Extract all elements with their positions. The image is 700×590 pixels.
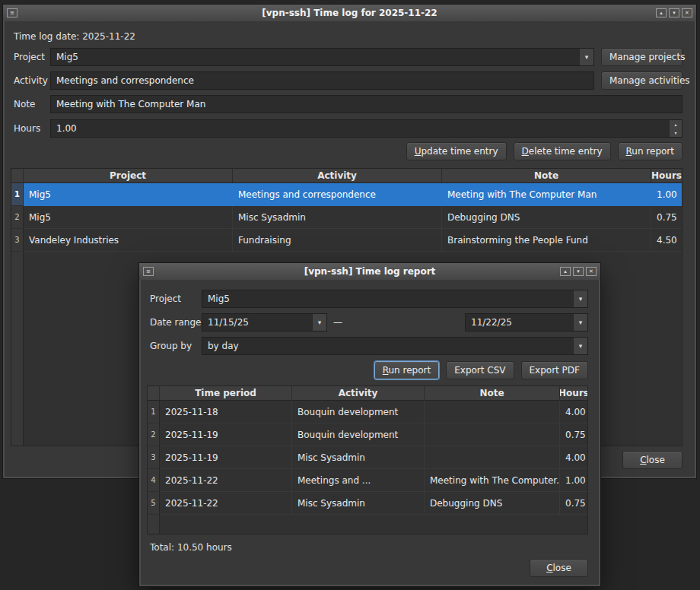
cell-hours[interactable]: 1.00 <box>560 469 587 492</box>
activity-label: Activity <box>14 71 48 90</box>
project-select[interactable]: Mig5 ▾ <box>50 48 594 66</box>
note-label: Note <box>14 95 35 113</box>
manage-activities-button[interactable]: Manage activities <box>601 71 682 90</box>
report-close-button[interactable]: Close <box>530 559 588 577</box>
group-by-value: by day <box>202 341 573 351</box>
delete-entry-button[interactable]: Delete time entry <box>514 142 611 160</box>
row-index[interactable]: 1 <box>148 401 160 423</box>
cell-time-period[interactable]: 2025-11-18 <box>160 401 292 423</box>
hours-spinbox[interactable]: ▴ ▾ <box>50 119 682 138</box>
spin-down-icon[interactable]: ▾ <box>670 128 682 137</box>
spin-up-icon[interactable]: ▴ <box>670 120 682 128</box>
header-activity: Activity <box>292 386 425 400</box>
report-project-select[interactable]: Mig5 ▾ <box>202 290 588 308</box>
header-hours: Hours <box>560 386 587 400</box>
group-by-select[interactable]: by day ▾ <box>202 337 588 355</box>
header-corner <box>148 386 160 400</box>
run-report-button[interactable]: Run report <box>618 142 683 160</box>
row-index[interactable]: 2 <box>148 423 160 446</box>
minimize-icon[interactable]: ▾ <box>573 267 584 276</box>
date-start-value: 11/15/25 <box>202 317 312 328</box>
report-run-report-button[interactable]: Run report <box>374 361 440 379</box>
chevron-down-icon: ▾ <box>573 314 587 331</box>
chevron-down-icon: ▾ <box>312 314 326 331</box>
close-icon[interactable]: ✕ <box>682 8 692 17</box>
window-menu-icon[interactable]: ≡ <box>7 8 18 17</box>
cell-note[interactable] <box>425 423 560 446</box>
row-index[interactable]: 5 <box>148 492 160 515</box>
table-row[interactable]: 1 Mig5 Meetings and correspondence Meeti… <box>11 183 682 206</box>
cell-time-period[interactable]: 2025-11-22 <box>160 469 292 492</box>
table-row[interactable]: 5 2025-11-22 Misc Sysadmin Debugging DNS… <box>148 492 587 515</box>
cell-hours[interactable]: 0.75 <box>651 206 682 229</box>
cell-activity[interactable]: Meetings and ... <box>292 469 425 492</box>
project-select-value: Mig5 <box>51 52 579 62</box>
report-project-value: Mig5 <box>202 293 573 304</box>
cell-activity[interactable]: Fundraising <box>233 229 442 252</box>
cell-note[interactable]: Meeting with The Computer... <box>425 469 560 492</box>
cell-project[interactable]: Mig5 <box>24 183 233 206</box>
note-input[interactable] <box>50 95 682 113</box>
window-menu-icon[interactable]: ≡ <box>143 267 154 276</box>
report-client-area: Project Mig5 ▾ Date range 11/15/25 ▾ — 1… <box>141 280 599 585</box>
cell-hours[interactable]: 0.75 <box>560 423 587 446</box>
shade-icon[interactable]: ▴ <box>560 267 571 276</box>
window-controls: ▴ ▾ ✕ <box>656 8 692 17</box>
date-end-select[interactable]: 11/22/25 ▾ <box>465 313 588 331</box>
time-log-date-label: Time log date: 2025-11-22 <box>14 31 135 42</box>
cell-note[interactable]: Meeting with The Computer Man <box>442 183 651 206</box>
cell-note[interactable]: Brainstorming the People Fund <box>442 229 651 252</box>
row-index[interactable]: 3 <box>148 446 160 469</box>
shade-icon[interactable]: ▴ <box>656 8 667 17</box>
cell-activity[interactable]: Bouquin development <box>292 423 425 446</box>
cell-activity[interactable]: Meetings and correspondence <box>233 183 442 206</box>
header-project: Project <box>24 169 233 182</box>
row-index[interactable]: 1 <box>11 183 24 206</box>
cell-activity[interactable]: Bouquin development <box>292 401 425 423</box>
date-range-separator: — <box>333 313 342 331</box>
row-index[interactable]: 2 <box>11 206 24 229</box>
cell-activity[interactable]: Misc Sysadmin <box>233 206 442 229</box>
cell-time-period[interactable]: 2025-11-19 <box>160 423 292 446</box>
activity-input[interactable] <box>50 71 594 90</box>
row-index[interactable]: 4 <box>148 469 160 492</box>
cell-hours[interactable]: 4.00 <box>560 401 587 423</box>
cell-note[interactable] <box>425 401 560 423</box>
cell-note[interactable] <box>425 446 560 469</box>
row-index[interactable]: 3 <box>11 229 24 252</box>
cell-hours[interactable]: 0.75 <box>560 492 587 515</box>
cell-note[interactable]: Debugging DNS <box>442 206 651 229</box>
cell-time-period[interactable]: 2025-11-22 <box>160 492 292 515</box>
cell-note[interactable]: Debugging DNS <box>425 492 560 515</box>
cell-hours[interactable]: 4.50 <box>651 229 682 252</box>
cell-time-period[interactable]: 2025-11-19 <box>160 446 292 469</box>
table-row[interactable]: 3 2025-11-19 Misc Sysadmin 4.00 <box>148 446 587 469</box>
export-pdf-button[interactable]: Export PDF <box>521 361 588 379</box>
main-window-title: [vpn-ssh] Time log for 2025-11-22 <box>3 8 696 18</box>
hours-input[interactable] <box>51 120 669 137</box>
minimize-icon[interactable]: ▾ <box>669 8 679 17</box>
table-row[interactable]: 4 2025-11-22 Meetings and ... Meeting wi… <box>148 469 587 492</box>
header-hours: Hours <box>651 169 682 182</box>
window-controls: ▴ ▾ ✕ <box>560 267 597 276</box>
date-start-select[interactable]: 11/15/25 ▾ <box>202 313 327 331</box>
close-button[interactable]: Close <box>622 451 682 469</box>
update-entry-button[interactable]: Update time entry <box>406 142 507 160</box>
export-csv-button[interactable]: Export CSV <box>446 361 514 379</box>
table-row[interactable]: 2 2025-11-19 Bouquin development 0.75 <box>148 423 587 446</box>
manage-projects-button[interactable]: Manage projects <box>601 48 682 66</box>
cell-project[interactable]: Vandeley Industries <box>24 229 233 252</box>
table-row[interactable]: 3 Vandeley Industries Fundraising Brains… <box>11 229 682 252</box>
cell-hours[interactable]: 4.00 <box>560 446 587 469</box>
cell-hours[interactable]: 1.00 <box>651 183 682 206</box>
cell-activity[interactable]: Misc Sysadmin <box>292 446 425 469</box>
main-titlebar[interactable]: ≡ [vpn-ssh] Time log for 2025-11-22 ▴ ▾ … <box>3 5 696 21</box>
cell-project[interactable]: Mig5 <box>24 206 233 229</box>
cell-activity[interactable]: Misc Sysadmin <box>292 492 425 515</box>
spinner-buttons[interactable]: ▴ ▾ <box>669 120 682 137</box>
report-titlebar[interactable]: ≡ [vpn-ssh] Time log report ▴ ▾ ✕ <box>139 263 600 280</box>
close-icon[interactable]: ✕ <box>586 267 597 276</box>
table-row[interactable]: 1 2025-11-18 Bouquin development 4.00 <box>148 401 587 423</box>
table-row[interactable]: 2 Mig5 Misc Sysadmin Debugging DNS 0.75 <box>11 206 682 229</box>
report-table[interactable]: Time period Activity Note Hours 1 2025-1… <box>147 385 588 534</box>
